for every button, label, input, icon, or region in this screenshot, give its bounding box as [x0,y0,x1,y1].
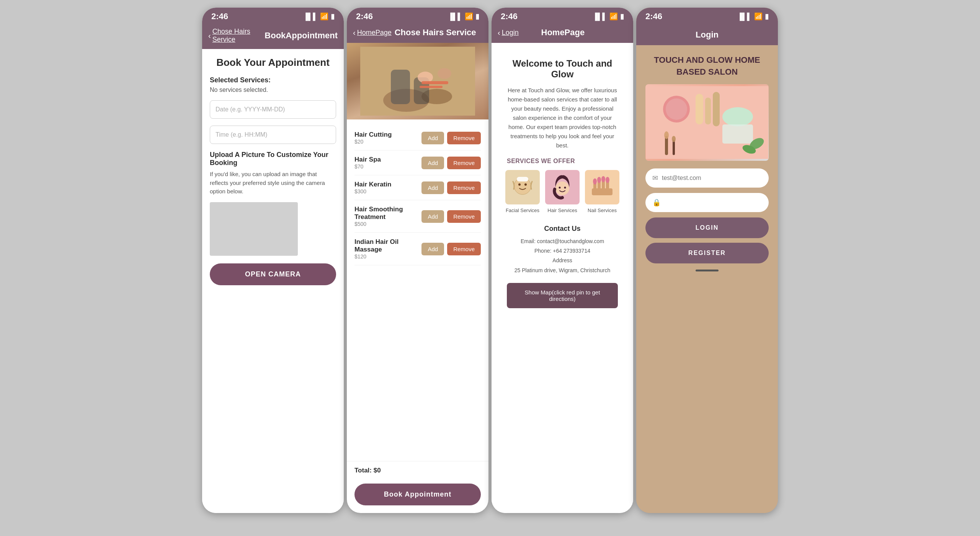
nav-title-2: Chose Hairs Service [395,28,476,38]
open-camera-button[interactable]: OPEN CAMERA [210,263,336,285]
back-label-1: Chose Hairs Service [212,28,262,44]
back-button-2[interactable]: ‹ HomePage [353,28,392,37]
service-buttons-5: Add Remove [421,243,481,255]
back-label-2: HomePage [357,29,392,37]
nail-service-card[interactable]: Nail Services [585,170,619,213]
wifi-icon: 📶 [320,12,328,21]
back-button-3[interactable]: ‹ Login [498,28,519,37]
facial-icon [509,174,536,201]
service-name-3: Hair Keratin [354,181,391,188]
back-button-1[interactable]: ‹ Chose Hairs Service [208,28,261,44]
add-button-5[interactable]: Add [421,243,444,255]
signal-icon-3: ▐▌▌ [593,13,607,21]
facial-service-card[interactable]: Facial Services [505,170,540,213]
book-btn-container: Book Appointment [347,480,488,513]
svg-point-15 [564,187,566,189]
book-appointment-content: Book Your Appointment Selected Services:… [202,49,344,513]
book-appointment-button[interactable]: Book Appointment [354,484,481,505]
wifi-icon-2: 📶 [465,12,473,21]
page-title-1: Book Your Appointment [210,57,336,69]
service-buttons-3: Add Remove [421,181,481,194]
contact-address-label: Address [507,256,618,265]
svg-point-31 [722,107,753,126]
password-field[interactable] [665,199,762,206]
add-button-1[interactable]: Add [421,132,444,144]
contact-email: Email: contact@touchandglow.com [507,237,618,246]
service-price-5: $120 [354,253,421,260]
email-icon: ✉ [652,174,658,182]
upload-desc: If you'd like, you can upload an image t… [210,170,336,196]
svg-rect-28 [696,94,703,124]
register-button[interactable]: REGISTER [645,243,769,263]
remove-button-3[interactable]: Remove [447,181,481,194]
wifi-icon-3: 📶 [609,12,618,21]
svg-rect-30 [713,92,720,126]
remove-button-1[interactable]: Remove [447,132,481,144]
signal-icon: ▐▌▌ [303,13,318,21]
service-list: Hair Cutting $20 Add Remove Hair Spa $70… [347,119,488,461]
homepage-content: Welcome to Touch and Glow Here at Touch … [492,43,633,513]
service-buttons-1: Add Remove [421,132,481,144]
battery-icon-3: ▮ [620,12,624,21]
status-icons-4: ▐▌▌ 📶 ▮ [737,12,769,21]
chevron-left-icon-1: ‹ [208,31,211,40]
services-grid: Facial Services [507,170,618,213]
svg-point-22 [601,176,605,182]
service-info-3: Hair Keratin $300 [354,181,391,194]
svg-point-24 [606,177,609,183]
facial-service-image [505,170,540,204]
services-we-offer-label: SERVICES WE OFFER [507,158,618,165]
svg-rect-3 [391,70,410,104]
contact-phone: Phone: +64 273933714 [507,246,618,256]
service-item-2: Hair Spa $70 Add Remove [354,150,481,175]
selected-services-label: Selected Services: [210,76,336,84]
svg-point-14 [559,187,561,189]
hair-service-image [347,43,488,119]
password-input-wrapper: 🔒 [645,193,769,212]
add-button-3[interactable]: Add [421,181,444,194]
service-name-4: Hair Smoothing Treatment [354,206,421,221]
nail-icon [589,174,616,201]
show-map-button[interactable]: Show Map(click red pin to get directions… [507,283,618,308]
remove-button-2[interactable]: Remove [447,157,481,169]
contact-title: Contact Us [507,225,618,233]
remove-button-5[interactable]: Remove [447,243,481,255]
status-icons-2: ▐▌▌ 📶 ▮ [448,12,479,21]
screen-login: 2:46 ▐▌▌ 📶 ▮ Login TOUCH AND GLOW HOME B… [636,8,778,513]
time-input[interactable]: Time (e.g. HH:MM) [210,126,336,144]
hair-service-card[interactable]: Hair Services [545,170,580,213]
nav-bar-2: ‹ HomePage Chose Hairs Service [347,25,488,43]
add-button-4[interactable]: Add [421,210,444,223]
nail-service-label: Nail Services [585,208,619,213]
status-time-4: 2:46 [645,11,662,21]
service-buttons-2: Add Remove [421,157,481,169]
service-info-4: Hair Smoothing Treatment $500 [354,206,421,227]
service-price-4: $500 [354,221,421,227]
status-icons-3: ▐▌▌ 📶 ▮ [593,12,624,21]
no-services-text: No services selected. [210,87,336,93]
login-button[interactable]: LOGIN [645,217,769,238]
status-bar-1: 2:46 ▐▌▌ 📶 ▮ [202,8,344,25]
nav-title-3: HomePage [541,28,608,38]
remove-button-4[interactable]: Remove [447,210,481,223]
screen-chose-hairs: 2:46 ▐▌▌ 📶 ▮ ‹ HomePage Chose Hairs Serv… [347,8,488,513]
login-banner-image [645,84,769,161]
svg-rect-29 [705,98,711,124]
svg-point-13 [555,181,569,195]
bottom-bar [696,270,719,271]
email-field[interactable] [662,175,762,181]
hair-service-bg [347,43,488,119]
login-nav-header: Login [636,25,778,45]
signal-icon-4: ▐▌▌ [737,13,752,21]
service-name-2: Hair Spa [354,156,381,163]
svg-rect-8 [420,86,443,88]
svg-point-36 [672,136,676,142]
add-button-2[interactable]: Add [421,157,444,169]
service-price-3: $300 [354,188,391,194]
svg-point-6 [438,68,451,79]
service-item-5: Indian Hair Oil Massage $120 Add Remove [354,233,481,265]
battery-icon-4: ▮ [765,12,769,21]
svg-point-27 [666,98,687,120]
svg-point-20 [597,177,601,183]
date-input[interactable]: Date (e.g. YYYY-MM-DD) [210,100,336,119]
